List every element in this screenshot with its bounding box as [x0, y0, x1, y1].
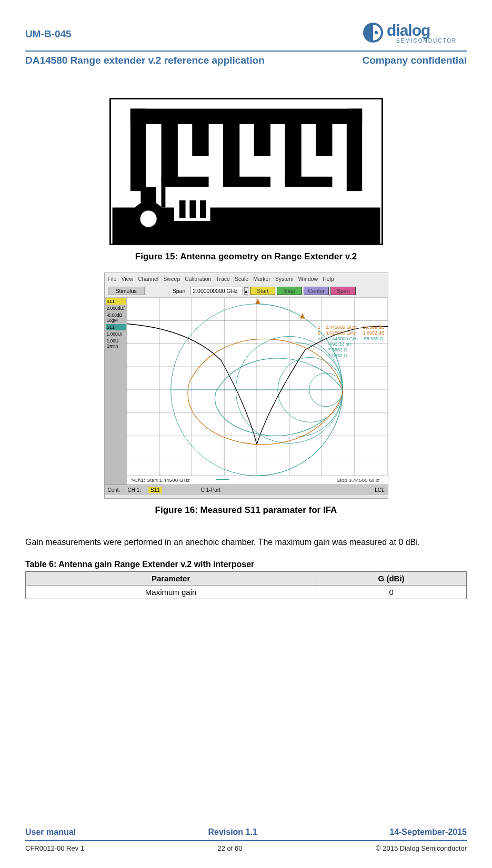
- cell-gain: 0: [316, 585, 467, 599]
- status-port: C 1-Port: [169, 487, 220, 493]
- svg-rect-21: [189, 200, 196, 218]
- figure-16-s11-screenshot: File View Channel Sweep Calibration Trac…: [104, 272, 388, 499]
- trace-sidebar: S11 2.000dB/ -8.00dB LogM S11 1.000U/ 1.…: [105, 297, 127, 485]
- header-divider: [25, 51, 467, 52]
- svg-point-18: [140, 210, 156, 227]
- footer-cfr: CFR0012-00 Rev 1: [25, 844, 84, 852]
- doc-title: DA14580 Range extender v.2 reference app…: [25, 55, 265, 66]
- span-value-field[interactable]: 2.000000000 GHz: [190, 287, 243, 295]
- gain-paragraph: Gain measurements were performed in an a…: [25, 537, 467, 548]
- status-ch: CH 1:: [127, 487, 141, 493]
- start-button[interactable]: Start: [250, 287, 275, 295]
- vna-toolbar: Stimulus Span 2.000000000 GHz ▴ Start St…: [105, 285, 388, 297]
- footer-date: 14-September-2015: [389, 827, 467, 837]
- figure-16-caption: Figure 16: Measured S11 paramater for IF…: [25, 505, 467, 516]
- table-6-title: Table 6: Antenna gain Range Extender v.2…: [25, 560, 467, 569]
- svg-rect-9: [254, 120, 270, 156]
- marker-readout: 12.445000 GHz-19.369 dB 23.025000 GHz-1.…: [317, 325, 384, 359]
- svg-rect-6: [161, 120, 177, 181]
- svg-rect-13: [161, 177, 208, 187]
- vna-statusbar: Cont. CH 1: S11 C 1-Port LCL: [105, 485, 388, 495]
- footer-divider: [25, 840, 467, 841]
- menu-channel[interactable]: Channel: [138, 276, 158, 282]
- svg-rect-12: [346, 109, 362, 191]
- cell-parameter: Maximum gain: [26, 585, 316, 599]
- footer-page: 22 of 60: [218, 844, 243, 852]
- menu-view[interactable]: View: [121, 276, 133, 282]
- svg-text:>Ch1: Start 1.44500 GHz: >Ch1: Start 1.44500 GHz: [130, 477, 189, 483]
- menu-sweep[interactable]: Sweep: [163, 276, 180, 282]
- footer-copyright: © 2015 Dialog Semiconductor: [376, 844, 467, 852]
- table-row: Maximum gain 0: [26, 585, 467, 599]
- trace-ref-1: -8.00dB LogM: [106, 312, 126, 324]
- status-cont: Cont.: [108, 487, 121, 493]
- svg-text:Stop 3.44500 GHz: Stop 3.44500 GHz: [336, 477, 379, 483]
- menu-help[interactable]: Help: [323, 276, 334, 282]
- svg-rect-7: [192, 120, 208, 156]
- svg-rect-22: [199, 200, 206, 218]
- menu-window[interactable]: Window: [298, 276, 318, 282]
- trace-ref-2: 1.00U Smith: [106, 338, 126, 349]
- menu-trace[interactable]: Trace: [216, 276, 229, 282]
- svg-rect-10: [285, 120, 301, 181]
- footer-user-manual: User manual: [25, 827, 76, 837]
- trace-scale-1: 2.000dB/: [106, 305, 126, 311]
- vna-menubar: File View Channel Sweep Calibration Trac…: [105, 273, 388, 285]
- trace-s11-smith[interactable]: S11: [106, 324, 126, 330]
- table-header-gain: G (dBi): [316, 571, 467, 585]
- svg-text:SEMICONDUCTOR: SEMICONDUCTOR: [396, 38, 457, 44]
- figure-15-caption: Figure 15: Antenna geometry on Range Ext…: [25, 251, 467, 262]
- status-s11: S11: [148, 487, 162, 493]
- status-lcl: LCL: [375, 487, 384, 493]
- svg-rect-14: [223, 177, 270, 187]
- svg-rect-11: [316, 120, 332, 156]
- stimulus-button[interactable]: Stimulus: [108, 287, 145, 295]
- brand-logo: dialog SEMICONDUCTOR: [362, 21, 467, 47]
- menu-calibration[interactable]: Calibration: [185, 276, 211, 282]
- trace-scale-2: 1.000U/: [106, 331, 126, 337]
- span-label: Span: [146, 288, 189, 294]
- menu-system[interactable]: System: [275, 276, 294, 282]
- trace-s11-logm[interactable]: S11: [106, 298, 126, 305]
- menu-file[interactable]: File: [108, 276, 117, 282]
- doc-id: UM-B-045: [25, 28, 72, 40]
- svg-rect-5: [130, 109, 145, 191]
- svg-point-1: [375, 31, 378, 34]
- confidential-label: Company confidential: [363, 55, 467, 66]
- table-6: Parameter G (dBi) Maximum gain 0: [25, 571, 467, 599]
- spinner-icon[interactable]: ▴: [244, 287, 248, 295]
- footer-revision: Revision 1.1: [208, 827, 257, 837]
- svg-rect-8: [223, 120, 239, 181]
- stop-button[interactable]: Stop: [277, 287, 302, 295]
- svg-rect-23: [140, 187, 156, 207]
- table-header-parameter: Parameter: [26, 571, 316, 585]
- menu-marker[interactable]: Marker: [253, 276, 270, 282]
- svg-rect-24: [161, 187, 165, 207]
- figure-15-antenna-geometry: [109, 98, 383, 245]
- vna-plot-area[interactable]: >Ch1: Start 1.44500 GHz Stop 3.44500 GHz…: [127, 297, 388, 485]
- center-button[interactable]: Center: [304, 287, 329, 295]
- span-button[interactable]: Span: [330, 287, 356, 295]
- svg-rect-20: [179, 200, 185, 218]
- svg-rect-15: [285, 177, 332, 187]
- svg-text:dialog: dialog: [387, 22, 430, 39]
- menu-scale[interactable]: Scale: [235, 276, 248, 282]
